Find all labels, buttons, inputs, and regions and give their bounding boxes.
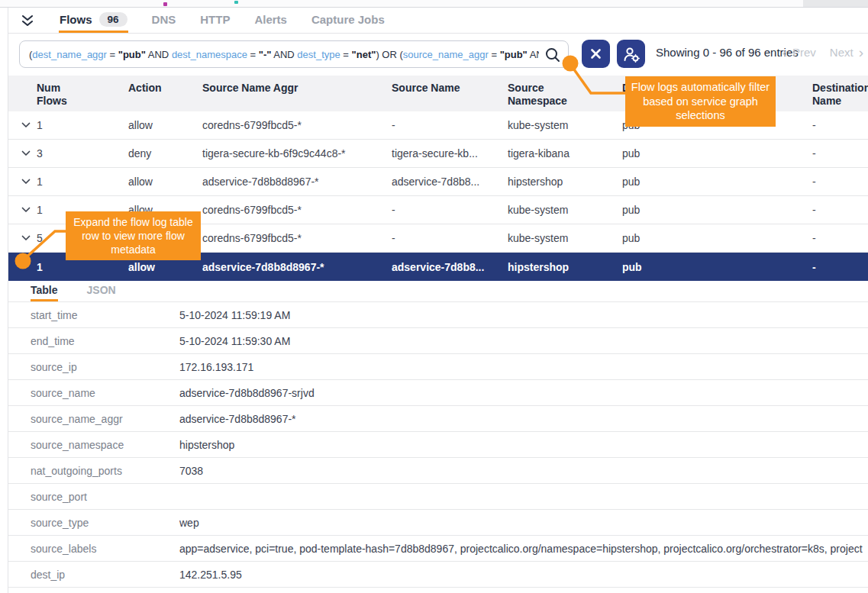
cell-source-name: tigera-secure-kb... [392, 147, 508, 160]
collapse-panel-button[interactable] [19, 13, 36, 28]
cell-source-namespace: tigera-kibana [508, 147, 622, 160]
detail-fields: start_time5-10-2024 11:59:19 AMend_time5… [8, 301, 868, 587]
chevron-down-icon [21, 150, 31, 156]
prev-page-button[interactable]: ‹ Prev [782, 45, 816, 60]
cell-source-name: adservice-7d8b8... [392, 261, 508, 273]
detail-field-key: source_ip [31, 361, 179, 373]
header-source-namespace: Source Namespace [508, 82, 622, 108]
expand-row-toggle[interactable] [21, 207, 37, 213]
next-page-button[interactable]: Next › [830, 45, 863, 60]
chevron-right-icon: › [859, 45, 863, 60]
cell-source-name-aggr: tigera-secure-kb-6f9c9c44c8-* [202, 147, 392, 160]
cell-source-name: - [392, 204, 508, 216]
search-icon[interactable] [544, 47, 561, 66]
cell-num-flows: 1 [37, 261, 128, 273]
cell-destination-name: - [812, 204, 868, 216]
entries-count-text: Showing 0 - 96 of 96 entries [656, 34, 799, 71]
cell-action: deny [128, 147, 202, 160]
chevron-down-icon [21, 207, 31, 213]
user-settings-button[interactable] [617, 40, 645, 68]
detail-field-key: source_labels [31, 543, 179, 555]
detail-tab-json[interactable]: JSON [87, 281, 116, 301]
tab-alerts[interactable]: Alerts [253, 8, 288, 33]
detail-field-key: start_time [31, 309, 179, 321]
cell-destination-name: - [812, 147, 868, 160]
query-segment-field: dest_type [297, 49, 340, 60]
flow-rows: 1allowcoredns-6799fbcd5-*-kube-systempub… [8, 111, 868, 281]
detail-field-row: source_labelsapp=adservice, pci=true, po… [8, 535, 868, 561]
cell-dest-name-aggr: pub [622, 261, 812, 273]
cell-dest-name-aggr: pub [622, 119, 812, 131]
clear-filter-button[interactable] [582, 40, 610, 68]
query-segment-op: = [247, 49, 259, 60]
detail-field-value: 5-10-2024 11:59:19 AM [179, 309, 868, 321]
tab-http[interactable]: HTTP [199, 8, 231, 33]
cell-destination-name: - [812, 261, 868, 273]
query-search-input[interactable]: (dest_name_aggr = "pub" AND dest_namespa… [19, 40, 569, 68]
cell-source-name: adservice-7d8b8... [392, 176, 508, 188]
cell-source-namespace: kube-system [508, 232, 622, 244]
detail-field-key: source_name_aggr [31, 413, 179, 425]
query-segment-val: "pub" [118, 49, 146, 60]
tab-capture-jobs[interactable]: Capture Jobs [311, 8, 386, 33]
detail-field-row: end_time5-10-2024 11:59:30 AM [8, 327, 868, 353]
chevron-down-icon [21, 235, 31, 241]
cell-source-name-aggr: adservice-7d8b8d8967-* [202, 261, 392, 273]
flow-row[interactable]: 5allowcoredns-6799fbcd5-*-kube-systempub… [8, 224, 868, 253]
query-segment-field: dest_namespace [172, 49, 247, 60]
detail-field-value: adservice-7d8b8d8967-* [179, 413, 868, 425]
cell-action: allow [128, 119, 202, 131]
detail-field-key: source_name [31, 387, 179, 399]
tab-capture-jobs-label: Capture Jobs [311, 13, 385, 26]
header-destination-name: Destination Name [812, 82, 868, 108]
detail-tab-table[interactable]: Table [31, 281, 58, 301]
person-gear-icon [622, 45, 641, 63]
expand-row-toggle[interactable] [21, 179, 37, 185]
cell-destination-name: - [812, 119, 868, 131]
flow-logs-panel: Flows 96 DNS HTTP Alerts Capture Jobs (d… [0, 0, 868, 593]
cell-num-flows: 1 [37, 176, 128, 188]
detail-field-value: 142.251.5.95 [179, 569, 868, 581]
header-dest-name-aggr: Dest Name Aggr [622, 82, 812, 95]
detail-field-row: start_time5-10-2024 11:59:19 AM [8, 301, 868, 327]
expand-row-toggle[interactable] [21, 150, 37, 156]
flow-row[interactable]: 1allowcoredns-6799fbcd5-*-kube-systempub… [8, 196, 868, 224]
expand-row-toggle[interactable] [21, 235, 37, 241]
cell-dest-name-aggr: pub [622, 204, 812, 216]
close-icon [590, 48, 602, 60]
expand-row-toggle[interactable] [21, 122, 37, 128]
detail-field-value: adservice-7d8b8d8967-srjvd [179, 387, 868, 399]
detail-field-row: source_namespacehipstershop [8, 431, 868, 457]
detail-field-key: source_type [31, 517, 179, 529]
cell-num-flows: 1 [37, 204, 128, 216]
cell-source-namespace: kube-system [508, 204, 622, 216]
detail-field-row: source_port [8, 483, 868, 509]
cell-source-name-aggr: coredns-6799fbcd5-* [202, 119, 392, 131]
detail-field-row: source_nameadservice-7d8b8d8967-srjvd [8, 379, 868, 405]
header-source-name-aggr: Source Name Aggr [202, 82, 392, 95]
detail-field-key: source_namespace [31, 439, 179, 451]
detail-end-divider [8, 587, 868, 588]
flow-row[interactable]: 3denytigera-secure-kb-6f9c9c44c8-*tigera… [8, 140, 868, 168]
query-segment-op: = [107, 49, 118, 60]
query-segment-op: = [489, 49, 500, 60]
query-segment-op: ANI [528, 49, 539, 60]
tab-dns[interactable]: DNS [151, 8, 177, 33]
cell-num-flows: 1 [37, 119, 128, 131]
cell-num-flows: 3 [37, 147, 128, 160]
query-segment-val: "-" [259, 49, 272, 60]
cell-action: allow [128, 232, 202, 244]
cell-source-namespace: hipstershop [508, 261, 622, 273]
filter-row: (dest_name_aggr = "pub" AND dest_namespa… [8, 34, 868, 71]
flow-row-selected[interactable]: 1allowadservice-7d8b8d8967-*adservice-7d… [8, 253, 868, 281]
detail-field-row: dest_ip142.251.5.95 [8, 561, 868, 587]
query-segment-val: "pub" [500, 49, 528, 60]
tab-flows[interactable]: Flows 96 [59, 8, 128, 33]
query-segment-op: AND [271, 49, 297, 60]
cell-source-name: - [392, 232, 508, 244]
flow-log-table: Num Flows Action Source Name Aggr Source… [8, 71, 868, 281]
detail-tabs: Table JSON [8, 281, 868, 301]
flow-row[interactable]: 1allowadservice-7d8b8d8967-*adservice-7d… [8, 168, 868, 196]
flow-row[interactable]: 1allowcoredns-6799fbcd5-*-kube-systempub… [8, 111, 868, 140]
cell-source-namespace: hipstershop [508, 176, 622, 188]
